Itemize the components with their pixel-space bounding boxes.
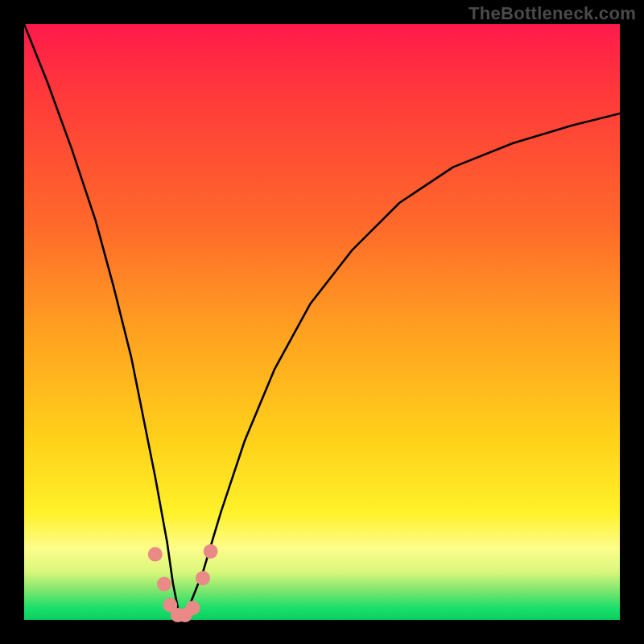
plot-area xyxy=(24,24,620,620)
marker-group xyxy=(148,544,218,622)
bottleneck-curve xyxy=(24,24,620,614)
chart-svg xyxy=(24,24,620,620)
curve-marker xyxy=(196,571,210,585)
watermark-text: TheBottleneck.com xyxy=(469,3,636,24)
curve-marker xyxy=(185,601,200,615)
chart-frame: TheBottleneck.com xyxy=(0,0,644,644)
curve-marker xyxy=(157,577,171,592)
curve-marker xyxy=(204,544,218,559)
curve-marker xyxy=(148,547,163,562)
